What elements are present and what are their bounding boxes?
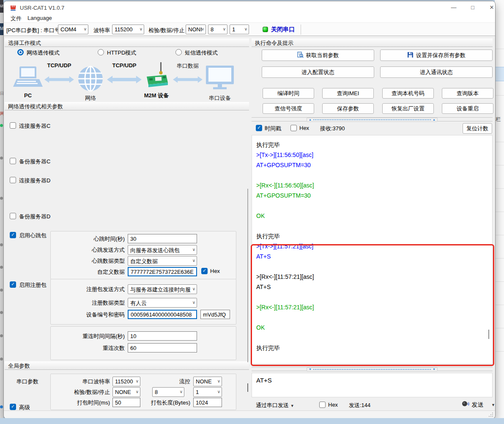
global-databits-select[interactable]: 8∨ bbox=[152, 387, 184, 397]
get-params-button[interactable]: 获取当前参数 bbox=[262, 50, 374, 61]
radio-net-mode-label[interactable]: 网络透传模式 bbox=[27, 49, 60, 57]
pack-len-input[interactable] bbox=[193, 398, 222, 407]
chevron-down-icon: ∨ bbox=[180, 389, 183, 394]
backup-c-checkbox[interactable] bbox=[10, 158, 16, 164]
advanced-checkbox[interactable] bbox=[10, 404, 16, 410]
log-line bbox=[256, 223, 492, 233]
register-enable-checkbox[interactable] bbox=[10, 281, 16, 288]
horizontal-splitter[interactable]: ▲▲ bbox=[252, 117, 493, 121]
compile-time-button[interactable]: 编译时间 bbox=[263, 88, 314, 99]
port-select[interactable]: COM4∨ bbox=[58, 25, 88, 34]
register-device-id-input[interactable] bbox=[128, 310, 197, 319]
background-fragment-us: us bbox=[0, 3, 3, 8]
register-enable-label[interactable]: 启用注册包 bbox=[19, 281, 47, 289]
log-line: OK bbox=[256, 212, 492, 223]
log-line: AT+S bbox=[256, 253, 492, 263]
query-imei-button[interactable]: 查询IMEI bbox=[322, 88, 374, 99]
radio-httpd-mode-label[interactable]: HTTPD模式 bbox=[107, 49, 136, 57]
reconnect-interval-input[interactable] bbox=[128, 331, 197, 341]
recv-hex-checkbox[interactable] bbox=[290, 125, 297, 131]
enter-config-button[interactable]: 进入配置状态 bbox=[262, 66, 374, 78]
window-title: USR-CAT1 V1.0.7 bbox=[20, 5, 64, 11]
backup-d-label[interactable]: 备份服务器D bbox=[19, 213, 50, 220]
diagram-m2m-label: M2M 设备 bbox=[140, 92, 173, 99]
global-stopbits-select[interactable]: 1∨ bbox=[193, 387, 222, 397]
heartbeat-enable-checkbox[interactable] bbox=[10, 232, 16, 238]
server-d-checkbox[interactable] bbox=[10, 177, 16, 183]
register-send-mode-select[interactable]: 与服务器建立连接时向服∨ bbox=[128, 284, 197, 294]
left-panel-scrollbar[interactable] bbox=[247, 189, 248, 362]
titlebar: USR-CAT1 V1.0.7 — □ ✕ bbox=[4, 1, 495, 14]
minimize-button[interactable]: — bbox=[444, 1, 463, 14]
enter-comm-button[interactable]: 进入通讯状态 bbox=[380, 66, 493, 78]
horizontal-splitter[interactable]: ▼▼ bbox=[252, 367, 493, 371]
heartbeat-send-mode-select[interactable]: 向服务器发送心跳包∨ bbox=[128, 245, 197, 255]
server-c-checkbox[interactable] bbox=[10, 122, 16, 129]
radio-net-mode[interactable] bbox=[17, 49, 24, 55]
log-line bbox=[256, 263, 492, 273]
resize-grip[interactable] bbox=[489, 413, 493, 417]
close-button[interactable]: ✕ bbox=[482, 1, 496, 14]
menu-file[interactable]: 文件 bbox=[11, 15, 22, 22]
radio-sms-mode[interactable] bbox=[175, 49, 182, 55]
send-hex-checkbox[interactable] bbox=[319, 402, 326, 408]
backup-d-checkbox[interactable] bbox=[10, 213, 16, 219]
register-data-type-select[interactable]: 有人云∨ bbox=[128, 298, 197, 308]
baud-select[interactable]: 115200∨ bbox=[112, 25, 144, 34]
heartbeat-data-type-label: 心跳数据类型 bbox=[51, 257, 125, 265]
query-signal-button[interactable]: 查信号强度 bbox=[263, 103, 314, 114]
receive-log[interactable]: 执行完毕 >[Tx->][11:56:50][asc] AT+GPOSUPTM=… bbox=[252, 135, 493, 364]
global-flow-select[interactable]: NONE∨ bbox=[193, 377, 222, 386]
send-via-dropdown[interactable]: 通过串口发送 ▼ bbox=[256, 402, 294, 409]
heartbeat-enable-label[interactable]: 启用心跳包 bbox=[19, 232, 47, 240]
desktop: us M 目 网 栏 bbox=[0, 0, 504, 424]
device-restart-button[interactable]: 设备重启 bbox=[442, 103, 493, 114]
log-line: AT+GPOSUPTM=30 bbox=[256, 162, 492, 172]
heartbeat-custom-data-input[interactable] bbox=[128, 267, 197, 276]
global-serial-label: 串口参数 bbox=[16, 378, 38, 385]
maximize-button[interactable]: □ bbox=[463, 1, 482, 14]
reset-count-button[interactable]: 复位计数 bbox=[463, 123, 492, 134]
log-scrollbar-thumb[interactable] bbox=[488, 330, 489, 339]
heartbeat-hex-checkbox[interactable] bbox=[201, 268, 208, 274]
heartbeat-data-type-select[interactable]: 自定义数据∨ bbox=[128, 256, 197, 266]
server-c-label[interactable]: 连接服务器C bbox=[19, 122, 50, 130]
timestamp-checkbox[interactable] bbox=[256, 125, 262, 131]
send-hex-label[interactable]: Hex bbox=[328, 402, 338, 408]
send-button[interactable]: 发送 ▼ bbox=[461, 400, 495, 410]
pack-len-label: 打包长度(Bytes) bbox=[135, 399, 190, 407]
backup-c-label[interactable]: 备份服务器C bbox=[19, 158, 50, 165]
double-arrow-icon bbox=[44, 74, 74, 87]
left-panel-scrollbar-thumb[interactable] bbox=[247, 383, 248, 392]
stopbits-select[interactable]: 1∨ bbox=[230, 25, 249, 34]
factory-reset-button[interactable]: 恢复出厂设置 bbox=[382, 103, 434, 114]
log-line bbox=[256, 294, 492, 304]
radio-sms-mode-label[interactable]: 短信透传模式 bbox=[185, 49, 218, 57]
set-save-all-button[interactable]: 设置并保存所有参数 bbox=[380, 50, 493, 61]
radio-httpd-mode[interactable] bbox=[98, 49, 104, 55]
send-input-text: AT+S bbox=[256, 377, 492, 387]
chevron-down-icon: ∨ bbox=[244, 27, 247, 31]
log-line: 执行完毕 bbox=[256, 141, 492, 151]
heartbeat-time-input[interactable] bbox=[128, 234, 197, 243]
server-d-label[interactable]: 连接服务器D bbox=[19, 177, 50, 184]
query-number-button[interactable]: 查询本机号码 bbox=[382, 88, 434, 99]
register-password-input[interactable] bbox=[200, 310, 230, 319]
timestamp-label[interactable]: 时间戳 bbox=[265, 125, 281, 132]
databits-select[interactable]: 8∨ bbox=[208, 25, 227, 34]
menu-language[interactable]: Language bbox=[27, 15, 52, 21]
serial-toolbar: [PC串口参数] : 串口号 COM4∨ 波特率 115200∨ 检验/数据/停… bbox=[4, 22, 495, 36]
reconnect-count-input[interactable] bbox=[128, 343, 197, 352]
close-port-button[interactable]: 关闭串口 bbox=[271, 26, 295, 33]
parity-select[interactable]: NONI∨ bbox=[186, 25, 206, 34]
global-parity-select[interactable]: NONE∨ bbox=[112, 387, 140, 397]
log-line: >[Rx<-][11:56:50][asc] bbox=[256, 182, 492, 192]
desktop-bottom bbox=[0, 418, 504, 424]
chevron-down-icon: ∨ bbox=[84, 27, 87, 31]
chevron-down-icon: ∨ bbox=[192, 258, 195, 263]
heartbeat-hex-label[interactable]: Hex bbox=[210, 268, 220, 274]
query-version-button[interactable]: 查询版本 bbox=[442, 88, 493, 99]
recv-hex-label[interactable]: Hex bbox=[299, 125, 309, 131]
save-params-button[interactable]: 保存参数 bbox=[322, 103, 374, 114]
send-input[interactable]: AT+S bbox=[252, 373, 493, 397]
